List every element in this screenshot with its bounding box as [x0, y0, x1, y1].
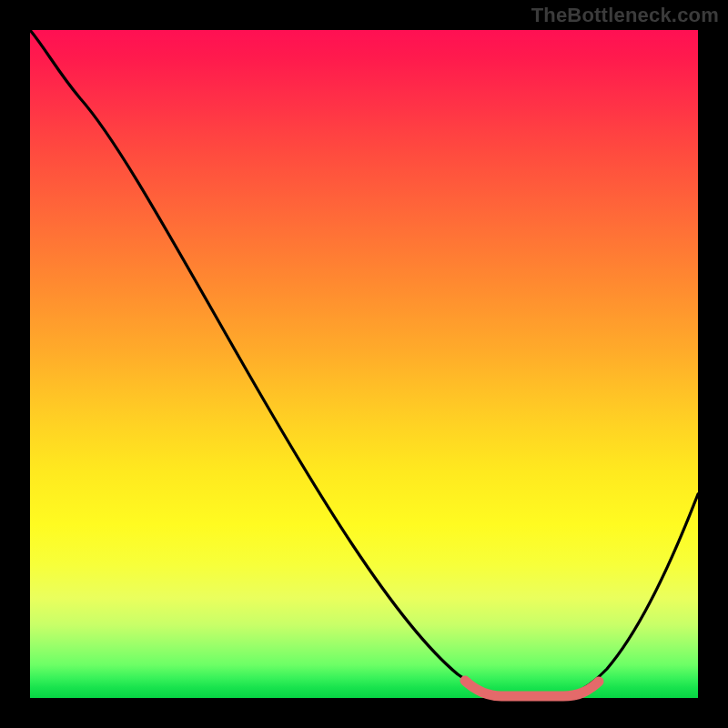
chart-svg [30, 30, 698, 698]
optimal-range-marker [465, 681, 599, 696]
chart-frame: TheBottleneck.com [0, 0, 728, 728]
attribution-label: TheBottleneck.com [531, 4, 719, 27]
bottleneck-curve [30, 30, 698, 696]
plot-area [30, 30, 698, 698]
